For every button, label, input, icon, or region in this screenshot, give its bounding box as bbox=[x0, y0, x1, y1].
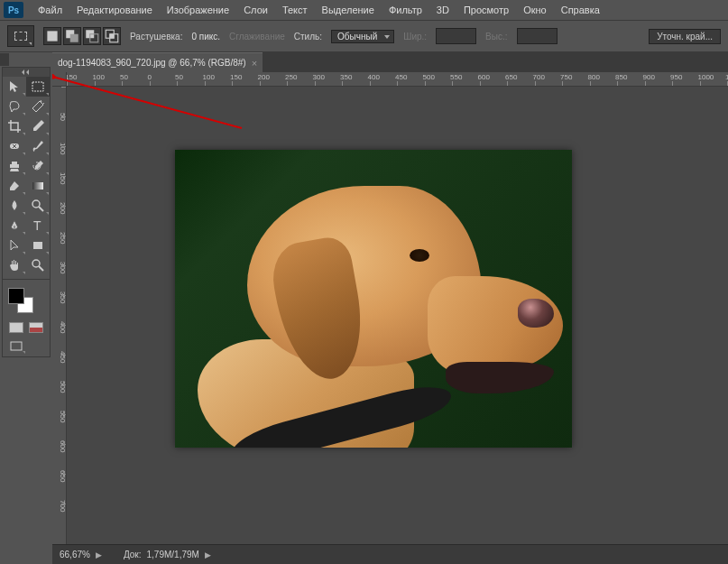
width-label: Шир.: bbox=[403, 32, 427, 42]
lasso-tool[interactable] bbox=[3, 97, 26, 116]
zoom-level[interactable]: 66,67% bbox=[60, 550, 90, 559]
collapsed-panel-strip[interactable] bbox=[0, 53, 9, 66]
toolbox-collapse-toggle[interactable] bbox=[3, 68, 50, 77]
selection-intersect-icon[interactable] bbox=[103, 27, 121, 45]
foreground-color[interactable] bbox=[8, 288, 24, 304]
svg-point-14 bbox=[32, 260, 40, 267]
chevron-right-icon[interactable]: ▶ bbox=[96, 550, 102, 559]
svg-rect-15 bbox=[11, 342, 22, 350]
eraser-tool[interactable] bbox=[3, 176, 26, 196]
style-dropdown[interactable]: Обычный bbox=[331, 30, 394, 43]
menu-text[interactable]: Текст bbox=[275, 3, 315, 17]
healing-brush-tool[interactable] bbox=[3, 136, 26, 156]
width-input bbox=[436, 28, 476, 44]
menu-filter[interactable]: Фильтр bbox=[382, 3, 429, 17]
blur-tool[interactable] bbox=[3, 196, 26, 216]
menu-view[interactable]: Просмотр bbox=[456, 3, 516, 17]
svg-rect-2 bbox=[70, 34, 78, 42]
document-region: dog-1194083_960_720.jpg @ 66,7% (RGB/8#)… bbox=[52, 52, 728, 544]
chevron-right-icon[interactable]: ▶ bbox=[205, 550, 211, 559]
feather-label: Растушевка: bbox=[130, 32, 182, 42]
menu-image[interactable]: Изображение bbox=[160, 3, 236, 17]
height-label: Выс.: bbox=[485, 32, 507, 42]
path-selection-tool[interactable] bbox=[3, 236, 26, 255]
image-canvas[interactable] bbox=[175, 150, 572, 448]
hand-tool[interactable] bbox=[3, 255, 26, 275]
current-tool-indicator[interactable] bbox=[7, 25, 34, 47]
history-brush-tool[interactable] bbox=[26, 156, 50, 176]
clone-stamp-tool[interactable] bbox=[3, 156, 26, 176]
height-input bbox=[517, 28, 558, 44]
marquee-icon bbox=[14, 32, 27, 41]
canvas-area[interactable] bbox=[67, 87, 728, 544]
document-tab-bar: dog-1194083_960_720.jpg @ 66,7% (RGB/8#)… bbox=[52, 52, 728, 72]
move-tool[interactable] bbox=[3, 77, 26, 97]
menu-file[interactable]: Файл bbox=[31, 3, 69, 17]
horizontal-ruler[interactable]: 1501005005010015020025030035040045050055… bbox=[67, 72, 728, 87]
close-icon[interactable]: × bbox=[252, 58, 257, 69]
style-label: Стиль: bbox=[294, 32, 322, 42]
vertical-ruler[interactable]: 0501001502002503003504004505005506006507… bbox=[52, 87, 67, 544]
standard-mode-icon[interactable] bbox=[9, 322, 23, 333]
brush-tool[interactable] bbox=[26, 136, 50, 156]
pen-tool[interactable] bbox=[3, 216, 26, 236]
type-tool[interactable]: T bbox=[26, 216, 50, 236]
image-content bbox=[175, 150, 572, 448]
marquee-tool[interactable] bbox=[26, 77, 50, 97]
menu-help[interactable]: Справка bbox=[554, 3, 607, 17]
svg-text:T: T bbox=[33, 218, 41, 233]
menu-window[interactable]: Окно bbox=[516, 3, 554, 17]
selection-new-icon[interactable] bbox=[43, 27, 61, 45]
svg-rect-10 bbox=[32, 182, 43, 190]
menu-layers[interactable]: Слои bbox=[236, 3, 275, 17]
selection-subtract-icon[interactable] bbox=[83, 27, 101, 45]
eyedropper-tool[interactable] bbox=[26, 116, 50, 136]
zoom-tool[interactable] bbox=[26, 255, 50, 275]
menu-3d[interactable]: 3D bbox=[429, 3, 456, 17]
status-bar: 66,67% ▶ Док: 1,79M/1,79M ▶ bbox=[52, 544, 728, 564]
doc-size-value: 1,79M/1,79M bbox=[147, 550, 199, 559]
menu-edit[interactable]: Редактирование bbox=[69, 3, 160, 17]
dodge-tool[interactable] bbox=[26, 196, 50, 216]
rectangle-tool[interactable] bbox=[26, 236, 50, 255]
gradient-tool[interactable] bbox=[26, 176, 50, 196]
crop-tool[interactable] bbox=[3, 116, 26, 136]
refine-edge-button[interactable]: Уточн. край... bbox=[649, 29, 721, 44]
antialias-label: Сглаживание bbox=[229, 32, 285, 42]
menu-bar: Ps Файл Редактирование Изображение Слои … bbox=[0, 0, 728, 20]
svg-rect-0 bbox=[47, 31, 57, 41]
svg-rect-8 bbox=[32, 82, 43, 91]
selection-add-icon[interactable] bbox=[63, 27, 81, 45]
svg-point-11 bbox=[32, 200, 40, 208]
menu-select[interactable]: Выделение bbox=[315, 3, 382, 17]
feather-value[interactable]: 0 пикс. bbox=[191, 32, 220, 42]
magic-wand-tool[interactable] bbox=[26, 97, 50, 116]
options-bar: Растушевка: 0 пикс. Сглаживание Стиль: О… bbox=[0, 20, 728, 52]
document-tab[interactable]: dog-1194083_960_720.jpg @ 66,7% (RGB/8#)… bbox=[52, 52, 263, 72]
selection-mode-group bbox=[43, 27, 121, 45]
app-logo: Ps bbox=[4, 2, 23, 18]
color-picker[interactable] bbox=[3, 284, 50, 319]
tab-title: dog-1194083_960_720.jpg @ 66,7% (RGB/8#) bbox=[58, 58, 246, 68]
screen-mode-button[interactable] bbox=[6, 338, 26, 355]
svg-rect-7 bbox=[110, 34, 115, 39]
ruler-origin[interactable] bbox=[52, 72, 67, 87]
toolbox: T bbox=[2, 67, 51, 357]
svg-rect-13 bbox=[33, 242, 42, 249]
doc-size-label: Док: bbox=[124, 550, 142, 559]
quickmask-mode-icon[interactable] bbox=[29, 322, 43, 333]
